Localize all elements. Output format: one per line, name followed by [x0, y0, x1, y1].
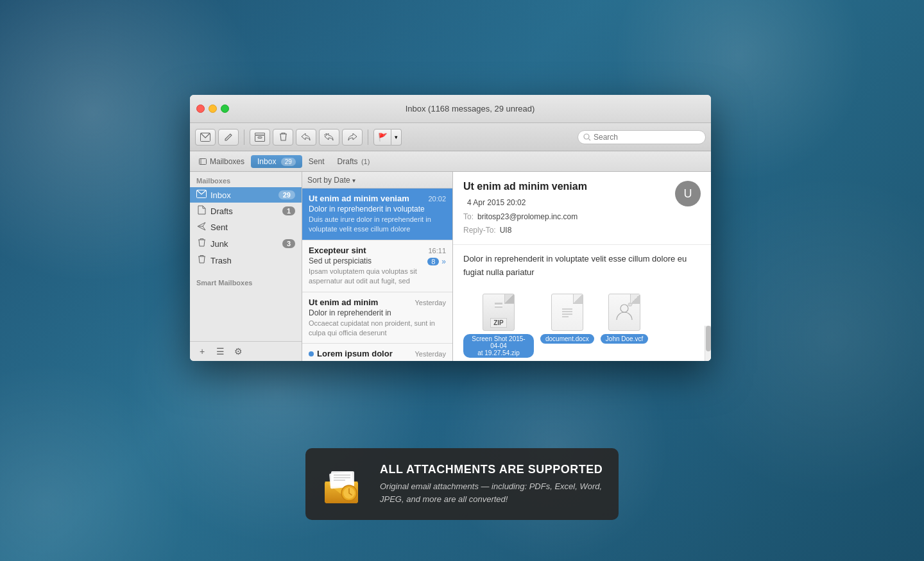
trash-label: Trash [210, 256, 295, 265]
flag-dropdown[interactable]: ▾ [391, 129, 402, 146]
detail-scrollbar[interactable] [705, 326, 711, 361]
add-mailbox-button[interactable]: + [195, 346, 209, 357]
close-button[interactable] [196, 105, 205, 113]
reply-button[interactable] [296, 129, 316, 146]
detail-replyto-row: Reply-To: UI8 [463, 224, 701, 238]
email-detail: Ut enim ad minim veniam 4 Apr 2015 20:02… [453, 172, 711, 361]
flag-button[interactable]: 🚩 [373, 129, 391, 146]
email-1-sender: Ut enim ad minim veniam [309, 194, 409, 203]
email-4-sender: Lorem ipsum dolor [317, 349, 393, 358]
sidebar: Mailboxes Inbox 29 [190, 172, 302, 361]
reply-all-button[interactable] [319, 129, 339, 146]
email-2-time: 16:11 [428, 247, 446, 255]
new-message-button[interactable] [195, 129, 216, 146]
attachment-vcf-label: John Doe.vcf [601, 334, 648, 344]
detail-to-label: To: [463, 210, 474, 224]
banner: ALL ATTACHMENTS ARE SUPPORTED Original e… [305, 448, 619, 520]
sort-bar[interactable]: Sort by Date [302, 172, 452, 188]
email-item-2[interactable]: Excepteur sint 16:11 Sed ut perspiciatis… [302, 240, 452, 292]
archive-button[interactable] [250, 129, 270, 146]
mailbox-list-button[interactable]: ☰ [213, 346, 227, 357]
svg-line-5 [589, 138, 591, 140]
sent-icon [196, 222, 207, 233]
scrollbar-thumb[interactable] [706, 326, 711, 351]
trash-icon [196, 255, 207, 266]
title-bar: Inbox (1168 messages, 29 unread) [190, 95, 711, 123]
main-content: Mailboxes Inbox 29 [190, 172, 711, 361]
email-2-preview: Ipsam voluptatem quia voluptas sit asper… [309, 267, 446, 287]
email-3-time: Yesterday [415, 299, 446, 306]
detail-subject: Ut enim ad minim veniam [463, 181, 701, 192]
sidebar-item-junk[interactable]: Junk 3 [190, 235, 302, 252]
sidebar-bottom-bar: + ☰ ⚙ [190, 341, 302, 361]
toolbar-separator-2 [368, 130, 368, 145]
attachment-vcf[interactable]: @ John Doe.vcf [601, 293, 648, 358]
tab-mailboxes[interactable]: Mailboxes [193, 155, 251, 169]
attachment-zip[interactable]: ZIP Screen Shot 2015-04-04at 19.27.54.zi… [463, 293, 534, 358]
window-title: Inbox (1168 messages, 29 unread) [235, 104, 705, 113]
junk-label: Junk [210, 239, 278, 249]
svg-text:@: @ [628, 301, 633, 307]
inbox-label: Inbox [210, 190, 275, 200]
tabs-row: Mailboxes Inbox 29 Sent Drafts (1) [190, 151, 711, 172]
drafts-label: Drafts [210, 206, 278, 216]
forward-button[interactable] [342, 129, 363, 146]
docx-icon [549, 293, 585, 331]
banner-text: ALL ATTACHMENTS ARE SUPPORTED Original e… [380, 463, 603, 505]
email-item-1[interactable]: Ut enim ad minim veniam 20:02 Dolor in r… [302, 188, 452, 240]
delete-button[interactable] [273, 129, 293, 146]
email-2-header: Excepteur sint 16:11 [309, 246, 446, 255]
detail-replyto-label: Reply-To: [463, 224, 496, 238]
tab-drafts[interactable]: Drafts (1) [331, 155, 377, 169]
search-box[interactable] [578, 130, 706, 144]
detail-date-value: 4 Apr 2015 20:02 [467, 196, 526, 210]
email-4-subject: Duis aute irure dolor [309, 360, 446, 361]
inbox-badge: 29 [281, 158, 296, 166]
tab-sent[interactable]: Sent [302, 155, 331, 169]
email-item-4[interactable]: Lorem ipsum dolor Yesterday Duis aute ir… [302, 344, 452, 361]
junk-sidebar-badge: 3 [282, 239, 295, 248]
sidebar-item-inbox[interactable]: Inbox 29 [190, 187, 302, 203]
tab-drafts-label: Drafts [338, 157, 358, 166]
sidebar-section-smart: Smart Mailboxes [190, 274, 302, 289]
sidebar-item-drafts[interactable]: Drafts 1 [190, 203, 302, 219]
drafts-sidebar-badge: 1 [282, 206, 295, 215]
sort-chevron-icon [350, 176, 355, 185]
banner-icon [321, 461, 367, 507]
email-2-subject: Sed ut perspiciatis [309, 256, 425, 265]
detail-header: Ut enim ad minim veniam 4 Apr 2015 20:02… [453, 172, 711, 245]
compose-button[interactable] [218, 129, 239, 146]
detail-to-value: britosp23@prolomep.inc.com [477, 210, 578, 224]
sort-label: Sort by Date [307, 176, 350, 185]
email-item-3[interactable]: Ut enim ad minim Yesterday Dolor in repr… [302, 292, 452, 344]
email-4-header: Lorem ipsum dolor Yesterday [309, 349, 446, 358]
drafts-badge-paren: (1) [361, 158, 370, 165]
maximize-button[interactable] [221, 105, 229, 113]
email-3-sender: Ut enim ad minim [309, 297, 378, 307]
minimize-button[interactable] [209, 105, 217, 113]
svg-rect-1 [255, 133, 265, 135]
email-2-arrow: » [441, 257, 446, 266]
tab-inbox[interactable]: Inbox 29 [251, 155, 302, 168]
sidebar-item-trash[interactable]: Trash [190, 252, 302, 269]
banner-subtitle: Original email attachments — including: … [380, 480, 603, 505]
svg-rect-6 [200, 158, 207, 164]
flag-group[interactable]: 🚩 ▾ [373, 129, 402, 146]
detail-date-row: 4 Apr 2015 20:02 [463, 196, 701, 210]
inbox-sidebar-badge: 29 [278, 190, 295, 199]
tab-inbox-label: Inbox [257, 157, 276, 166]
email-3-header: Ut enim ad minim Yesterday [309, 297, 446, 307]
avatar: U [675, 181, 701, 206]
attachments-row: ZIP Screen Shot 2015-04-04at 19.27.54.zi… [453, 287, 711, 361]
mailbox-settings-button[interactable]: ⚙ [231, 346, 245, 357]
attachment-docx[interactable]: document.docx [540, 293, 594, 358]
email-1-header: Ut enim ad minim veniam 20:02 [309, 194, 446, 203]
zip-icon: ZIP [481, 293, 517, 331]
svg-rect-3 [258, 137, 262, 138]
search-input[interactable] [594, 133, 700, 142]
svg-point-4 [584, 134, 589, 139]
detail-body: Dolor in reprehenderit in voluptate veli… [453, 245, 711, 287]
sidebar-item-sent[interactable]: Sent [190, 219, 302, 235]
detail-meta: 4 Apr 2015 20:02 To: britosp23@prolomep.… [463, 196, 701, 238]
email-1-subject: Dolor in reprehenderit in voluptate [309, 205, 446, 214]
